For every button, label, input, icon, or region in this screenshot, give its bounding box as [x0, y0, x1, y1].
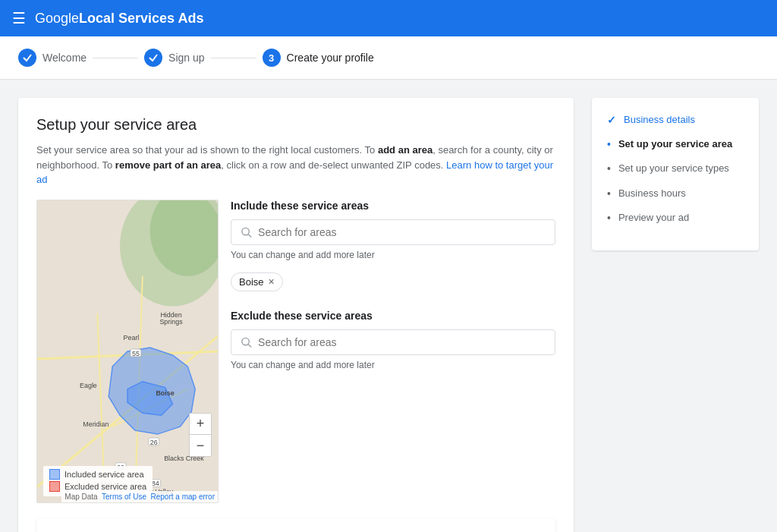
step-signup-icon [144, 49, 162, 67]
include-section-title: Include these service areas [231, 200, 555, 212]
sidebar-service-types-label: Set up your service types [618, 162, 729, 175]
svg-text:84: 84 [152, 480, 159, 487]
include-search-hint: You can change and add more later [231, 250, 555, 260]
form-area: Include these service areas You can chan… [231, 200, 555, 503]
svg-text:55: 55 [132, 349, 140, 357]
step-welcome-label: Welcome [42, 52, 87, 64]
step-welcome: Welcome [18, 49, 87, 67]
learn-target-link[interactable]: Learn how to target your ad [36, 159, 553, 186]
svg-text:26: 26 [150, 438, 158, 445]
include-section: Include these service areas You can chan… [231, 200, 555, 291]
card-title: Setup your service area [36, 116, 555, 134]
sidebar-service-area-label: Set up your service area [618, 137, 732, 151]
menu-icon[interactable]: ☰ [12, 9, 26, 27]
svg-text:Eagle: Eagle [80, 381, 97, 389]
progress-connector-2 [211, 58, 256, 58]
step-signup-label: Sign up [168, 52, 204, 64]
progress-connector-1 [93, 58, 138, 58]
sidebar-business-hours-label: Business hours [618, 187, 686, 200]
sidebar-bullet-icon-2: • [607, 138, 611, 150]
exclude-section: Exclude these service areas You can chan… [231, 310, 555, 370]
sidebar-item-service-types: • Set up your service types [607, 162, 744, 175]
svg-text:Meridian: Meridian [83, 420, 109, 428]
step-signup: Sign up [144, 49, 204, 67]
sidebar-item-preview-ad: • Preview your ad [607, 211, 744, 225]
exclude-search-hint: You can change and add more later [231, 360, 555, 370]
header-logo: GoogleLocal Services Ads [35, 11, 203, 27]
main-content: Setup your service area Set your service… [0, 80, 777, 532]
sidebar-business-details-label: Business details [624, 113, 695, 127]
legend-included-label: Included service area [64, 470, 144, 479]
sidebar-item-business-details: ✓ Business details [607, 113, 744, 127]
svg-point-29 [242, 338, 249, 345]
right-sidebar: ✓ Business details • Set up your service… [592, 98, 759, 250]
svg-line-28 [248, 234, 251, 237]
boise-chip: Boise × [231, 272, 283, 291]
step-create-profile-label: Create your profile [287, 52, 374, 64]
zoom-in-button[interactable]: + [190, 414, 211, 435]
zoom-out-button[interactable]: − [190, 435, 211, 456]
include-search-input[interactable] [258, 226, 546, 238]
legend-included: Included service area [49, 469, 146, 480]
exclude-search-input[interactable] [258, 336, 546, 348]
footer-notice: People who happen to be in your service … [36, 518, 555, 533]
legend-excluded: Excluded service area [49, 481, 146, 492]
sidebar-item-business-hours: • Business hours [607, 187, 744, 200]
center-card: Setup your service area Set your service… [18, 98, 574, 532]
sidebar-item-service-area: • Set up your service area [607, 137, 744, 151]
exclude-search-wrap[interactable] [231, 329, 555, 355]
map-container: 55 69 84 26 Pearl Hidden Springs Eagle M… [36, 200, 219, 503]
search-icon-include [241, 226, 252, 238]
search-icon-exclude [241, 336, 252, 348]
step-welcome-icon [18, 49, 36, 67]
sidebar-bullet-icon-3: • [607, 162, 611, 175]
exclude-section-title: Exclude these service areas [231, 310, 555, 322]
step-create-profile: 3 Create your profile [263, 49, 374, 67]
svg-line-30 [248, 344, 251, 347]
map-zoom-controls: + − [189, 413, 212, 457]
included-chips: Boise × [231, 272, 555, 291]
map-footer: Map Data Terms of Use Report a map error [61, 491, 218, 502]
logo-sub: Local Services Ads [79, 11, 203, 26]
sidebar-bullet-icon-5: • [607, 212, 611, 224]
header: ☰ GoogleLocal Services Ads [0, 0, 777, 36]
map-data-label: Map Data [64, 493, 97, 501]
legend-excluded-label: Excluded service area [64, 482, 146, 491]
legend-included-box [49, 469, 60, 480]
boise-chip-remove[interactable]: × [269, 276, 275, 287]
report-map-error-link[interactable]: Report a map error [151, 493, 215, 501]
legend-excluded-box [49, 481, 60, 492]
terms-of-use-link[interactable]: Terms of Use [102, 493, 146, 501]
logo-google: Google [35, 11, 79, 26]
boise-chip-label: Boise [239, 276, 264, 288]
step-create-profile-icon: 3 [263, 49, 281, 67]
svg-text:Pearl: Pearl [124, 334, 140, 342]
map-and-form: 55 69 84 26 Pearl Hidden Springs Eagle M… [36, 200, 555, 503]
svg-point-27 [242, 228, 249, 235]
sidebar-preview-ad-label: Preview your ad [618, 211, 689, 225]
card-description: Set your service area so that your ad is… [36, 143, 555, 187]
svg-text:Boise: Boise [156, 389, 174, 396]
sidebar-check-icon-1: ✓ [607, 114, 616, 126]
svg-text:Springs: Springs [159, 318, 183, 326]
sidebar-bullet-icon-4: • [607, 187, 611, 200]
progress-bar: Welcome Sign up 3 Create your profile [0, 36, 777, 80]
include-search-wrap[interactable] [231, 219, 555, 245]
